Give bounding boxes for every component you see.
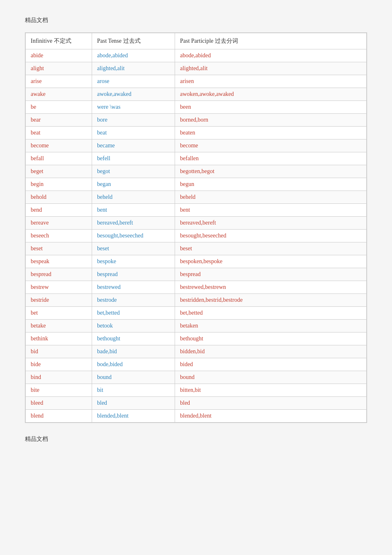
cell-past-tense: bade,bid — [92, 345, 175, 358]
cell-past-tense: arose — [92, 75, 175, 88]
cell-infinitive: bleed — [26, 397, 92, 410]
cell-past-tense: bestrode — [92, 294, 175, 307]
cell-past-participle: alighted,alit — [175, 62, 367, 75]
cell-infinitive: befall — [26, 152, 92, 165]
cell-past-tense: alighted,alit — [92, 62, 175, 75]
cell-past-participle: bespoken,bespoke — [175, 255, 367, 268]
table-row: arisearosearisen — [26, 75, 367, 88]
cell-past-participle: bestrewed,bestrewn — [175, 281, 367, 294]
header-infinitive: Infinitive 不定式 — [26, 33, 92, 49]
cell-past-tense: awoke,awaked — [92, 88, 175, 101]
cell-past-participle: awoken,awoke,awaked — [175, 88, 367, 101]
table-row: beatbeatbeaten — [26, 127, 367, 139]
table-row: bethinkbethoughtbethought — [26, 333, 367, 345]
cell-infinitive: beseech — [26, 230, 92, 242]
table-row: bleedbledbled — [26, 397, 367, 410]
irregular-verbs-table: Infinitive 不定式 Past Tense 过去式 Past Parti… — [25, 33, 367, 423]
cell-infinitive: bet — [26, 307, 92, 320]
cell-past-tense: beat — [92, 127, 175, 139]
cell-past-tense: abode,abided — [92, 49, 175, 62]
table-row: awakeawoke,awakedawoken,awoke,awaked — [26, 88, 367, 101]
cell-past-tense: besought,beseeched — [92, 230, 175, 242]
table-row: abideabode,abidedabode,abided — [26, 49, 367, 62]
table-row: bearboreborned,born — [26, 114, 367, 127]
cell-past-participle: bereaved,bereft — [175, 217, 367, 230]
cell-infinitive: bethink — [26, 333, 92, 345]
cell-infinitive: awake — [26, 88, 92, 101]
cell-past-tense: bespoke — [92, 255, 175, 268]
table-row: bewere \wasbeen — [26, 101, 367, 114]
table-row: besetbesetbeset — [26, 242, 367, 255]
cell-infinitive: alight — [26, 62, 92, 75]
table-row: bidbade,bidbidden,bid — [26, 345, 367, 358]
table-row: blendblended,blentblended,blent — [26, 410, 367, 423]
table-row: bidebode,bidedbided — [26, 358, 367, 371]
cell-past-participle: bidden,bid — [175, 345, 367, 358]
cell-infinitive: beget — [26, 165, 92, 178]
cell-past-participle: bent — [175, 204, 367, 217]
vocabulary-table-container: Infinitive 不定式 Past Tense 过去式 Past Parti… — [25, 32, 367, 423]
cell-past-tense: bound — [92, 371, 175, 384]
cell-infinitive: arise — [26, 75, 92, 88]
cell-past-tense: befell — [92, 152, 175, 165]
table-row: bendbentbent — [26, 204, 367, 217]
cell-infinitive: bereave — [26, 217, 92, 230]
table-row: bespreadbespreadbespread — [26, 268, 367, 281]
cell-past-participle: bestridden,bestrid,bestrode — [175, 294, 367, 307]
cell-past-participle: abode,abided — [175, 49, 367, 62]
watermark-bottom: 精品文档 — [25, 435, 367, 443]
cell-past-tense: became — [92, 139, 175, 152]
table-row: alightalighted,alitalighted,alit — [26, 62, 367, 75]
table-row: becomebecamebecome — [26, 139, 367, 152]
cell-infinitive: abide — [26, 49, 92, 62]
cell-infinitive: bespeak — [26, 255, 92, 268]
cell-infinitive: bestrew — [26, 281, 92, 294]
cell-infinitive: be — [26, 101, 92, 114]
table-row: bitebitbitten,bit — [26, 384, 367, 397]
cell-past-participle: bitten,bit — [175, 384, 367, 397]
cell-past-participle: become — [175, 139, 367, 152]
cell-infinitive: bid — [26, 345, 92, 358]
cell-infinitive: behold — [26, 191, 92, 204]
cell-past-tense: bit — [92, 384, 175, 397]
table-row: beholdbeheldbeheld — [26, 191, 367, 204]
table-row: beginbeganbegun — [26, 178, 367, 191]
table-row: befallbefellbefallen — [26, 152, 367, 165]
cell-past-participle: bet,betted — [175, 307, 367, 320]
cell-infinitive: beset — [26, 242, 92, 255]
cell-past-participle: begotten,begot — [175, 165, 367, 178]
cell-past-participle: borned,born — [175, 114, 367, 127]
cell-past-tense: bled — [92, 397, 175, 410]
table-row: begetbegotbegotten,begot — [26, 165, 367, 178]
cell-past-tense: began — [92, 178, 175, 191]
table-row: bereavebereaved,bereftbereaved,bereft — [26, 217, 367, 230]
cell-infinitive: bind — [26, 371, 92, 384]
header-past-participle: Past Participle 过去分词 — [175, 33, 367, 49]
cell-past-participle: arisen — [175, 75, 367, 88]
table-row: bespeakbespokebespoken,bespoke — [26, 255, 367, 268]
cell-past-tense: bespread — [92, 268, 175, 281]
cell-infinitive: bend — [26, 204, 92, 217]
cell-past-tense: bent — [92, 204, 175, 217]
cell-past-participle: bled — [175, 397, 367, 410]
cell-past-participle: bound — [175, 371, 367, 384]
cell-past-tense: were \was — [92, 101, 175, 114]
cell-past-participle: bespread — [175, 268, 367, 281]
cell-past-participle: betaken — [175, 320, 367, 333]
table-row: bestrewbestrewedbestrewed,bestrewn — [26, 281, 367, 294]
cell-infinitive: begin — [26, 178, 92, 191]
table-row: bindboundbound — [26, 371, 367, 384]
cell-past-participle: besought,beseeched — [175, 230, 367, 242]
cell-past-participle: been — [175, 101, 367, 114]
table-row: betbet,bettedbet,betted — [26, 307, 367, 320]
table-header-row: Infinitive 不定式 Past Tense 过去式 Past Parti… — [26, 33, 367, 49]
cell-past-tense: blended,blent — [92, 410, 175, 423]
cell-past-participle: beheld — [175, 191, 367, 204]
cell-past-participle: begun — [175, 178, 367, 191]
cell-infinitive: bite — [26, 384, 92, 397]
table-row: betakebetookbetaken — [26, 320, 367, 333]
table-row: beseechbesought,beseechedbesought,beseec… — [26, 230, 367, 242]
watermark-top: 精品文档 — [25, 17, 367, 24]
cell-past-participle: beaten — [175, 127, 367, 139]
cell-past-tense: bestrewed — [92, 281, 175, 294]
